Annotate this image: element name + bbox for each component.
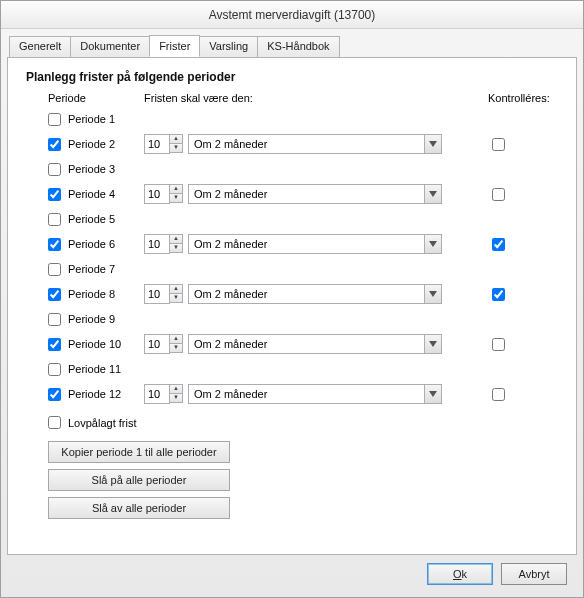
kontroll-checkbox[interactable] xyxy=(492,288,505,301)
kontroll-checkbox[interactable] xyxy=(492,338,505,351)
period-label: Periode 4 xyxy=(64,188,144,200)
col-periode: Periode xyxy=(48,92,144,104)
offset-combobox[interactable] xyxy=(188,334,424,354)
offset-combobox[interactable] xyxy=(188,234,424,254)
period-row: Periode 11 xyxy=(48,357,564,381)
spin-down-icon[interactable]: ▼ xyxy=(169,193,183,203)
tab-panel-frister: Planlegg frister på følgende perioder Pe… xyxy=(7,57,577,555)
day-input[interactable] xyxy=(144,234,170,254)
column-headers: Periode Fristen skal være den: Kontrollé… xyxy=(48,92,564,104)
titlebar: Avstemt merverdiavgift (13700) xyxy=(1,1,583,29)
period-enable-checkbox[interactable] xyxy=(48,163,61,176)
period-label: Periode 1 xyxy=(64,113,144,125)
dialog-window: Avstemt merverdiavgift (13700) Generelt … xyxy=(0,0,584,598)
period-rows: Periode 1Periode 2▲▼Periode 3Periode 4▲▼… xyxy=(22,107,564,406)
kontroll-checkbox[interactable] xyxy=(492,188,505,201)
chevron-down-icon[interactable] xyxy=(424,134,442,154)
spin-down-icon[interactable]: ▼ xyxy=(169,343,183,353)
spin-down-icon[interactable]: ▼ xyxy=(169,143,183,153)
period-enable-checkbox[interactable] xyxy=(48,363,61,376)
period-enable-checkbox[interactable] xyxy=(48,263,61,276)
period-label: Periode 10 xyxy=(64,338,144,350)
spin-down-icon[interactable]: ▼ xyxy=(169,243,183,253)
period-row: Periode 1 xyxy=(48,107,564,131)
ok-button[interactable]: Ok xyxy=(427,563,493,585)
day-input[interactable] xyxy=(144,184,170,204)
tab-frister[interactable]: Frister xyxy=(149,35,200,57)
period-row: Periode 7 xyxy=(48,257,564,281)
period-row: Periode 8▲▼ xyxy=(48,282,564,306)
chevron-down-icon[interactable] xyxy=(424,384,442,404)
spin-down-icon[interactable]: ▼ xyxy=(169,393,183,403)
spin-down-icon[interactable]: ▼ xyxy=(169,293,183,303)
chevron-down-icon[interactable] xyxy=(424,184,442,204)
kontroll-checkbox[interactable] xyxy=(492,388,505,401)
period-row: Periode 9 xyxy=(48,307,564,331)
tab-generelt[interactable]: Generelt xyxy=(9,36,71,58)
period-label: Periode 5 xyxy=(64,213,144,225)
period-label: Periode 8 xyxy=(64,288,144,300)
period-enable-checkbox[interactable] xyxy=(48,113,61,126)
enable-all-button[interactable]: Slå på alle perioder xyxy=(48,469,230,491)
period-label: Periode 6 xyxy=(64,238,144,250)
period-label: Periode 11 xyxy=(64,363,144,375)
period-enable-checkbox[interactable] xyxy=(48,388,61,401)
lovpaalagt-checkbox[interactable] xyxy=(48,416,61,429)
period-enable-checkbox[interactable] xyxy=(48,313,61,326)
kontroll-checkbox[interactable] xyxy=(492,238,505,251)
client-area: Generelt Dokumenter Frister Varsling KS-… xyxy=(1,29,583,595)
period-row: Periode 5 xyxy=(48,207,564,231)
period-label: Periode 2 xyxy=(64,138,144,150)
period-label: Periode 3 xyxy=(64,163,144,175)
chevron-down-icon[interactable] xyxy=(424,334,442,354)
period-row: Periode 12▲▼ xyxy=(48,382,564,406)
section-title: Planlegg frister på følgende perioder xyxy=(26,70,564,84)
chevron-down-icon[interactable] xyxy=(424,234,442,254)
disable-all-button[interactable]: Slå av alle perioder xyxy=(48,497,230,519)
day-input[interactable] xyxy=(144,384,170,404)
lovpaalagt-row: Lovpålagt frist xyxy=(48,416,564,429)
period-label: Periode 9 xyxy=(64,313,144,325)
period-enable-checkbox[interactable] xyxy=(48,238,61,251)
tab-strip: Generelt Dokumenter Frister Varsling KS-… xyxy=(9,35,577,57)
bulk-buttons: Kopier periode 1 til alle perioder Slå p… xyxy=(48,441,564,519)
period-enable-checkbox[interactable] xyxy=(48,138,61,151)
tab-ks-handbok[interactable]: KS-Håndbok xyxy=(257,36,339,58)
tab-dokumenter[interactable]: Dokumenter xyxy=(70,36,150,58)
period-row: Periode 4▲▼ xyxy=(48,182,564,206)
offset-combobox[interactable] xyxy=(188,184,424,204)
day-input[interactable] xyxy=(144,134,170,154)
copy-period1-button[interactable]: Kopier periode 1 til alle perioder xyxy=(48,441,230,463)
period-row: Periode 6▲▼ xyxy=(48,232,564,256)
period-label: Periode 12 xyxy=(64,388,144,400)
offset-combobox[interactable] xyxy=(188,284,424,304)
period-enable-checkbox[interactable] xyxy=(48,188,61,201)
cancel-button[interactable]: Avbryt xyxy=(501,563,567,585)
period-enable-checkbox[interactable] xyxy=(48,213,61,226)
period-row: Periode 10▲▼ xyxy=(48,332,564,356)
lovpaalagt-label: Lovpålagt frist xyxy=(64,417,136,429)
window-title: Avstemt merverdiavgift (13700) xyxy=(209,8,376,22)
day-input[interactable] xyxy=(144,284,170,304)
dialog-footer: Ok Avbryt xyxy=(7,555,577,595)
period-label: Periode 7 xyxy=(64,263,144,275)
period-row: Periode 2▲▼ xyxy=(48,132,564,156)
kontroll-checkbox[interactable] xyxy=(492,138,505,151)
col-frist: Fristen skal være den: xyxy=(144,92,488,104)
period-row: Periode 3 xyxy=(48,157,564,181)
offset-combobox[interactable] xyxy=(188,384,424,404)
tab-varsling[interactable]: Varsling xyxy=(199,36,258,58)
chevron-down-icon[interactable] xyxy=(424,284,442,304)
offset-combobox[interactable] xyxy=(188,134,424,154)
col-kontroll: Kontrolléres: xyxy=(488,92,564,104)
day-input[interactable] xyxy=(144,334,170,354)
period-enable-checkbox[interactable] xyxy=(48,338,61,351)
period-enable-checkbox[interactable] xyxy=(48,288,61,301)
